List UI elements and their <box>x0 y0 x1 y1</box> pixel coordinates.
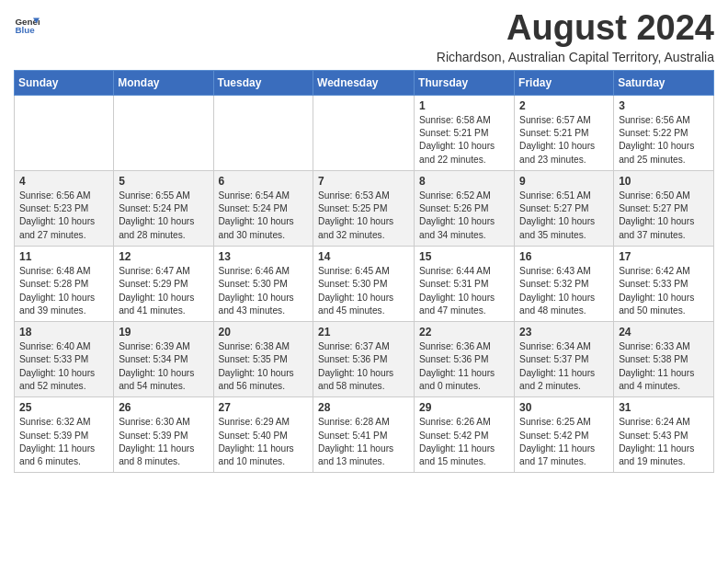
day-number: 21 <box>318 326 409 339</box>
day-cell: 14Sunrise: 6:45 AM Sunset: 5:30 PM Dayli… <box>313 247 415 322</box>
day-info: Sunrise: 6:55 AM Sunset: 5:24 PM Dayligh… <box>119 190 208 242</box>
day-cell: 11Sunrise: 6:48 AM Sunset: 5:28 PM Dayli… <box>15 247 114 322</box>
day-cell <box>15 95 114 170</box>
day-cell: 25Sunrise: 6:32 AM Sunset: 5:39 PM Dayli… <box>15 397 114 473</box>
title-area: August 2024 Richardson, Australian Capit… <box>437 9 714 64</box>
day-info: Sunrise: 6:58 AM Sunset: 5:21 PM Dayligh… <box>419 114 509 167</box>
day-number: 18 <box>19 326 108 339</box>
calendar-body: 1Sunrise: 6:58 AM Sunset: 5:21 PM Daylig… <box>15 95 714 473</box>
day-number: 15 <box>419 250 509 263</box>
day-cell: 28Sunrise: 6:28 AM Sunset: 5:41 PM Dayli… <box>313 397 415 473</box>
day-number: 30 <box>519 401 609 414</box>
day-cell: 18Sunrise: 6:40 AM Sunset: 5:33 PM Dayli… <box>15 322 114 397</box>
day-number: 5 <box>119 175 208 188</box>
header-cell-tuesday: Tuesday <box>213 70 313 95</box>
day-info: Sunrise: 6:25 AM Sunset: 5:42 PM Dayligh… <box>519 416 609 468</box>
day-number: 24 <box>619 326 709 339</box>
day-number: 7 <box>318 175 409 188</box>
day-info: Sunrise: 6:28 AM Sunset: 5:41 PM Dayligh… <box>318 416 409 468</box>
day-number: 27 <box>219 401 309 414</box>
day-info: Sunrise: 6:56 AM Sunset: 5:23 PM Dayligh… <box>19 190 108 242</box>
day-cell: 10Sunrise: 6:50 AM Sunset: 5:27 PM Dayli… <box>614 170 714 246</box>
day-cell: 7Sunrise: 6:53 AM Sunset: 5:25 PM Daylig… <box>313 170 415 246</box>
day-cell: 22Sunrise: 6:36 AM Sunset: 5:36 PM Dayli… <box>415 322 515 397</box>
day-info: Sunrise: 6:39 AM Sunset: 5:34 PM Dayligh… <box>119 340 208 393</box>
day-number: 29 <box>419 401 509 414</box>
day-number: 3 <box>619 99 709 112</box>
day-info: Sunrise: 6:33 AM Sunset: 5:38 PM Dayligh… <box>619 340 709 393</box>
day-info: Sunrise: 6:43 AM Sunset: 5:32 PM Dayligh… <box>519 265 609 317</box>
svg-text:Blue: Blue <box>15 25 35 35</box>
week-row-2: 4Sunrise: 6:56 AM Sunset: 5:23 PM Daylig… <box>15 170 714 246</box>
header-cell-sunday: Sunday <box>15 70 114 95</box>
day-info: Sunrise: 6:30 AM Sunset: 5:39 PM Dayligh… <box>119 416 208 468</box>
day-cell <box>114 95 213 170</box>
day-info: Sunrise: 6:29 AM Sunset: 5:40 PM Dayligh… <box>219 416 309 468</box>
week-row-3: 11Sunrise: 6:48 AM Sunset: 5:28 PM Dayli… <box>15 247 714 322</box>
day-info: Sunrise: 6:24 AM Sunset: 5:43 PM Dayligh… <box>619 416 709 468</box>
day-cell: 27Sunrise: 6:29 AM Sunset: 5:40 PM Dayli… <box>213 397 313 473</box>
day-number: 14 <box>318 250 409 263</box>
header-cell-friday: Friday <box>515 70 614 95</box>
day-cell: 6Sunrise: 6:54 AM Sunset: 5:24 PM Daylig… <box>213 170 313 246</box>
day-cell <box>313 95 415 170</box>
day-info: Sunrise: 6:45 AM Sunset: 5:30 PM Dayligh… <box>318 265 409 317</box>
day-cell: 2Sunrise: 6:57 AM Sunset: 5:21 PM Daylig… <box>515 95 614 170</box>
day-number: 22 <box>419 326 509 339</box>
day-info: Sunrise: 6:54 AM Sunset: 5:24 PM Dayligh… <box>219 190 309 242</box>
day-info: Sunrise: 6:44 AM Sunset: 5:31 PM Dayligh… <box>419 265 509 317</box>
day-number: 6 <box>219 175 309 188</box>
header-cell-wednesday: Wednesday <box>313 70 415 95</box>
day-cell: 20Sunrise: 6:38 AM Sunset: 5:35 PM Dayli… <box>213 322 313 397</box>
day-cell: 16Sunrise: 6:43 AM Sunset: 5:32 PM Dayli… <box>515 247 614 322</box>
day-number: 10 <box>619 175 709 188</box>
day-info: Sunrise: 6:26 AM Sunset: 5:42 PM Dayligh… <box>419 416 509 468</box>
day-number: 8 <box>419 175 509 188</box>
main-title: August 2024 <box>437 9 714 48</box>
day-cell: 17Sunrise: 6:42 AM Sunset: 5:33 PM Dayli… <box>614 247 714 322</box>
day-number: 19 <box>119 326 208 339</box>
day-cell <box>213 95 313 170</box>
day-cell: 1Sunrise: 6:58 AM Sunset: 5:21 PM Daylig… <box>415 95 515 170</box>
day-number: 17 <box>619 250 709 263</box>
day-number: 23 <box>519 326 609 339</box>
day-info: Sunrise: 6:40 AM Sunset: 5:33 PM Dayligh… <box>19 340 108 393</box>
day-info: Sunrise: 6:53 AM Sunset: 5:25 PM Dayligh… <box>318 190 409 242</box>
day-info: Sunrise: 6:48 AM Sunset: 5:28 PM Dayligh… <box>19 265 108 317</box>
day-number: 2 <box>519 99 609 112</box>
calendar-header: SundayMondayTuesdayWednesdayThursdayFrid… <box>15 70 714 95</box>
day-cell: 12Sunrise: 6:47 AM Sunset: 5:29 PM Dayli… <box>114 247 213 322</box>
calendar-table: SundayMondayTuesdayWednesdayThursdayFrid… <box>14 70 714 474</box>
day-info: Sunrise: 6:37 AM Sunset: 5:36 PM Dayligh… <box>318 340 409 393</box>
header-cell-saturday: Saturday <box>614 70 714 95</box>
day-number: 28 <box>318 401 409 414</box>
day-info: Sunrise: 6:52 AM Sunset: 5:26 PM Dayligh… <box>419 190 509 242</box>
day-info: Sunrise: 6:56 AM Sunset: 5:22 PM Dayligh… <box>619 114 709 167</box>
day-cell: 13Sunrise: 6:46 AM Sunset: 5:30 PM Dayli… <box>213 247 313 322</box>
day-cell: 9Sunrise: 6:51 AM Sunset: 5:27 PM Daylig… <box>515 170 614 246</box>
day-info: Sunrise: 6:38 AM Sunset: 5:35 PM Dayligh… <box>219 340 309 393</box>
day-number: 12 <box>119 250 208 263</box>
logo: General Blue <box>14 13 40 39</box>
day-cell: 31Sunrise: 6:24 AM Sunset: 5:43 PM Dayli… <box>614 397 714 473</box>
day-cell: 26Sunrise: 6:30 AM Sunset: 5:39 PM Dayli… <box>114 397 213 473</box>
day-number: 1 <box>419 99 509 112</box>
day-cell: 30Sunrise: 6:25 AM Sunset: 5:42 PM Dayli… <box>515 397 614 473</box>
day-info: Sunrise: 6:51 AM Sunset: 5:27 PM Dayligh… <box>519 190 609 242</box>
day-info: Sunrise: 6:47 AM Sunset: 5:29 PM Dayligh… <box>119 265 208 317</box>
header-row: SundayMondayTuesdayWednesdayThursdayFrid… <box>15 70 714 95</box>
day-cell: 15Sunrise: 6:44 AM Sunset: 5:31 PM Dayli… <box>415 247 515 322</box>
logo-icon: General Blue <box>14 13 40 39</box>
day-info: Sunrise: 6:50 AM Sunset: 5:27 PM Dayligh… <box>619 190 709 242</box>
day-cell: 4Sunrise: 6:56 AM Sunset: 5:23 PM Daylig… <box>15 170 114 246</box>
day-info: Sunrise: 6:34 AM Sunset: 5:37 PM Dayligh… <box>519 340 609 393</box>
day-number: 13 <box>219 250 309 263</box>
day-info: Sunrise: 6:36 AM Sunset: 5:36 PM Dayligh… <box>419 340 509 393</box>
day-number: 31 <box>619 401 709 414</box>
day-cell: 5Sunrise: 6:55 AM Sunset: 5:24 PM Daylig… <box>114 170 213 246</box>
week-row-5: 25Sunrise: 6:32 AM Sunset: 5:39 PM Dayli… <box>15 397 714 473</box>
week-row-1: 1Sunrise: 6:58 AM Sunset: 5:21 PM Daylig… <box>15 95 714 170</box>
day-cell: 19Sunrise: 6:39 AM Sunset: 5:34 PM Dayli… <box>114 322 213 397</box>
day-cell: 29Sunrise: 6:26 AM Sunset: 5:42 PM Dayli… <box>415 397 515 473</box>
week-row-4: 18Sunrise: 6:40 AM Sunset: 5:33 PM Dayli… <box>15 322 714 397</box>
